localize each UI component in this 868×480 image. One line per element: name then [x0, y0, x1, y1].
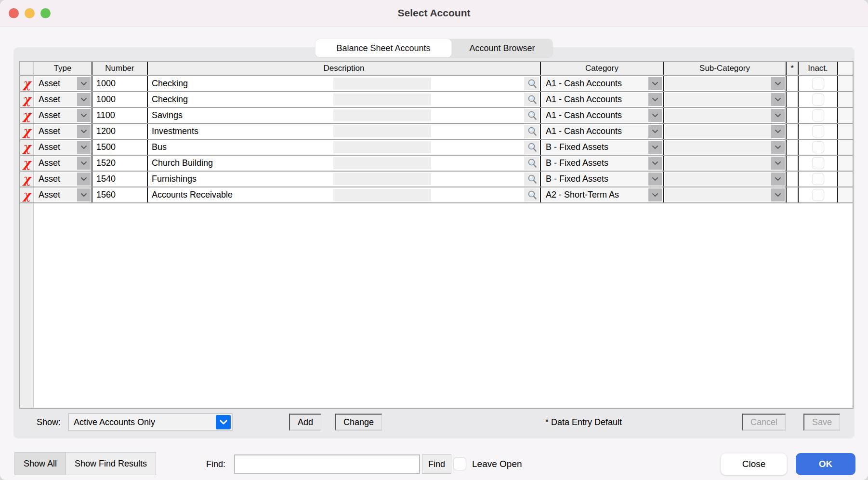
type-dropdown[interactable]: Asset	[35, 109, 91, 122]
delete-row-button[interactable]: χ	[20, 108, 34, 123]
delete-x-icon: χ	[23, 109, 30, 121]
description-value: Investments	[148, 126, 198, 136]
find-input[interactable]	[234, 454, 420, 474]
search-button[interactable]	[525, 93, 539, 106]
subcategory-dropdown[interactable]	[665, 125, 785, 138]
delete-row-button[interactable]: χ	[20, 187, 34, 202]
number-value: 1500	[92, 142, 116, 152]
inactive-checkbox[interactable]	[812, 93, 824, 106]
search-button[interactable]	[525, 157, 539, 170]
subcategory-value	[665, 125, 771, 138]
category-dropdown[interactable]: A1 - Cash Accounts	[542, 109, 662, 122]
minimize-window-button[interactable]	[25, 8, 35, 18]
delete-row-button[interactable]: χ	[20, 172, 34, 187]
inactive-checkbox[interactable]	[812, 141, 824, 153]
description-subfield	[333, 173, 431, 185]
search-button[interactable]	[525, 173, 539, 186]
type-dropdown[interactable]: Asset	[35, 188, 91, 201]
find-button[interactable]: Find	[422, 454, 451, 474]
search-button[interactable]	[525, 188, 539, 201]
number-field[interactable]: 1200	[92, 124, 148, 139]
category-value: B - Fixed Assets	[542, 141, 648, 154]
type-value: Asset	[35, 77, 77, 90]
chevron-down-icon	[77, 109, 91, 122]
show-find-results-button[interactable]: Show Find Results	[66, 453, 156, 475]
header-type: Type	[34, 62, 92, 75]
tab-account-browser[interactable]: Account Browser	[452, 39, 553, 57]
number-field[interactable]: 1000	[92, 92, 148, 107]
save-button[interactable]: Save	[803, 414, 840, 431]
close-button[interactable]: Close	[721, 453, 787, 475]
search-button[interactable]	[525, 125, 539, 138]
inactive-checkbox[interactable]	[812, 173, 824, 185]
subcategory-dropdown[interactable]	[665, 93, 785, 106]
type-dropdown[interactable]: Asset	[35, 173, 91, 186]
zoom-window-button[interactable]	[40, 8, 51, 18]
close-window-button[interactable]	[9, 8, 19, 18]
description-field[interactable]: Checking	[148, 92, 541, 107]
type-dropdown[interactable]: Asset	[35, 93, 91, 106]
subcategory-value	[665, 141, 771, 154]
sub-category-cell	[664, 172, 787, 187]
category-dropdown[interactable]: B - Fixed Assets	[542, 173, 662, 186]
cancel-button[interactable]: Cancel	[742, 414, 786, 431]
description-value: Furnishings	[148, 174, 197, 184]
delete-row-button[interactable]: χ	[20, 76, 34, 91]
description-field[interactable]: Savings	[148, 108, 541, 123]
change-button[interactable]: Change	[335, 414, 382, 431]
show-all-button[interactable]: Show All	[15, 453, 66, 475]
traffic-lights	[9, 8, 51, 18]
description-field[interactable]: Church Building	[148, 156, 541, 171]
add-button[interactable]: Add	[289, 414, 321, 431]
category-dropdown[interactable]: A1 - Cash Accounts	[542, 93, 662, 106]
ok-button[interactable]: OK	[796, 453, 855, 475]
tab-balance-sheet-accounts[interactable]: Balance Sheet Accounts	[315, 39, 451, 57]
type-dropdown[interactable]: Asset	[35, 157, 91, 170]
description-field[interactable]: Furnishings	[148, 172, 541, 187]
table-row: χ Asset 1500 Bus	[20, 140, 853, 156]
type-dropdown[interactable]: Asset	[35, 125, 91, 138]
delete-row-button[interactable]: χ	[20, 156, 34, 171]
subcategory-dropdown[interactable]	[665, 173, 785, 186]
number-field[interactable]: 1540	[92, 172, 148, 187]
description-field[interactable]: Checking	[148, 76, 541, 91]
number-field[interactable]: 1560	[92, 187, 148, 202]
subcategory-dropdown[interactable]	[665, 141, 785, 154]
table-row: χ Asset 1000 Checking	[20, 92, 853, 108]
category-value: A1 - Cash Accounts	[542, 77, 648, 90]
type-dropdown[interactable]: Asset	[35, 141, 91, 154]
number-field[interactable]: 1520	[92, 156, 148, 171]
number-field[interactable]: 1000	[92, 76, 148, 91]
table-header-row: Type Number Description Category Sub-Cat…	[20, 62, 853, 76]
subcategory-dropdown[interactable]	[665, 157, 785, 170]
inactive-checkbox[interactable]	[812, 78, 824, 90]
show-filter-dropdown[interactable]: Active Accounts Only	[68, 413, 233, 431]
delete-row-button[interactable]: χ	[20, 140, 34, 155]
search-button[interactable]	[525, 77, 539, 90]
delete-row-button[interactable]: χ	[20, 92, 34, 107]
description-field[interactable]: Bus	[148, 140, 541, 155]
inactive-checkbox[interactable]	[812, 125, 824, 137]
subcategory-dropdown[interactable]	[665, 109, 785, 122]
type-dropdown[interactable]: Asset	[35, 77, 91, 90]
subcategory-dropdown[interactable]	[665, 77, 785, 90]
inactive-checkbox[interactable]	[812, 157, 824, 169]
category-dropdown[interactable]: A1 - Cash Accounts	[542, 125, 662, 138]
number-field[interactable]: 1500	[92, 140, 148, 155]
magnifier-icon	[527, 126, 538, 137]
category-dropdown[interactable]: B - Fixed Assets	[542, 141, 662, 154]
delete-row-button[interactable]: χ	[20, 124, 34, 139]
description-field[interactable]: Investments	[148, 124, 541, 139]
category-dropdown[interactable]: A2 - Short-Term As	[542, 188, 662, 201]
number-field[interactable]: 1100	[92, 108, 148, 123]
category-dropdown[interactable]: A1 - Cash Accounts	[542, 77, 662, 90]
subcategory-dropdown[interactable]	[665, 188, 785, 201]
search-button[interactable]	[525, 109, 539, 122]
description-field[interactable]: Accounts Receivable	[148, 187, 541, 202]
inactive-checkbox[interactable]	[812, 189, 824, 201]
category-dropdown[interactable]: B - Fixed Assets	[542, 157, 662, 170]
subcategory-value	[665, 188, 771, 201]
leave-open-checkbox[interactable]	[453, 457, 466, 470]
inactive-checkbox[interactable]	[812, 109, 824, 121]
search-button[interactable]	[525, 141, 539, 154]
